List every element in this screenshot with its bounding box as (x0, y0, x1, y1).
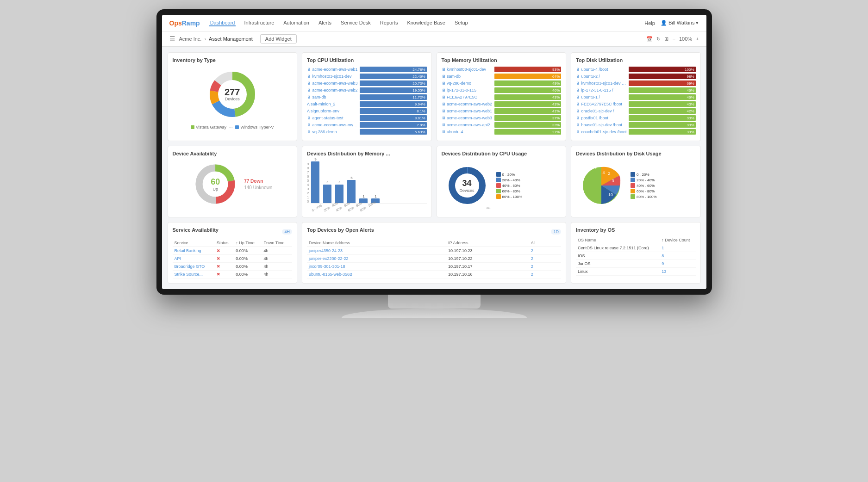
bar-val-6: 1 (375, 194, 376, 198)
cpu-bar-row: 🖥 acme-ecomm-aws-web2 19.55% (307, 87, 427, 93)
nav-automation[interactable]: Automation (282, 20, 310, 26)
alert-count-4[interactable]: 2 (529, 271, 561, 278)
legend-vistara-label: Vistara Gateway (196, 125, 226, 130)
cpu-device-6[interactable]: Λ salt-minion_2 (307, 102, 358, 106)
service-period-badge: 4H (282, 229, 292, 235)
alert-count-1[interactable]: 2 (529, 247, 561, 255)
os-count-3[interactable]: 9 (660, 260, 695, 268)
mem-dev-6[interactable]: 🖥 acme-ecomm-aws-web2 (442, 102, 493, 106)
y-val: 3 (307, 187, 309, 191)
os-name-col-header[interactable]: OS Name (576, 236, 660, 244)
user-menu[interactable]: 👤 Bill Watkins ▾ (661, 20, 699, 26)
cpu-dist-total: 34 (459, 179, 474, 188)
disk-dev-3[interactable]: 🖥 kvmhost03-sjc01-dev /boot (576, 81, 627, 86)
widget-cpudist-title: Devices Distribution by CPU Usage (442, 151, 562, 156)
device-count-col-header[interactable]: ↑ Device Count (660, 236, 695, 244)
cpu-device-3[interactable]: 🖥 acme-ecomm-aws-web3 (307, 81, 358, 86)
disk-dev-7[interactable]: 🖥 oracle01-sjc-dev / (576, 109, 627, 113)
legend-more[interactable]: ··· (229, 125, 233, 130)
cpu-device-4[interactable]: 🖥 acme-ecomm-aws-web2 (307, 88, 358, 93)
alert-count-2[interactable]: 2 (529, 255, 561, 263)
service-uptime-4: 0.00% (234, 271, 262, 278)
disk-val-8: 33% (687, 116, 694, 120)
nav-servicedesk[interactable]: Service Desk (340, 20, 372, 26)
bar-val-5: 1 (362, 194, 364, 198)
service-name-1[interactable]: Retail Banking (173, 247, 215, 255)
mem-dev-3[interactable]: 🖥 vq-286-demo (442, 81, 493, 86)
disk-val-3: 69% (687, 81, 694, 86)
breadcrumb-org[interactable]: Acme Inc. (179, 36, 202, 42)
mem-dev-9[interactable]: 🖥 acme-ecomm-aws-api2 (442, 123, 493, 127)
service-name-3[interactable]: Broadridge GTO (173, 263, 215, 271)
cpu-device-9[interactable]: 🖥 acme-ecomm-aws-mysql2 (307, 123, 358, 127)
cpu-device-7[interactable]: Λ signupform-env (307, 109, 358, 113)
zoom-out-icon[interactable]: − (672, 36, 675, 42)
disk-dev-1[interactable]: 🖥 ubuntu-4 /boot (576, 67, 627, 72)
disk-dev-8[interactable]: 🖥 postfix01 /boot (576, 116, 627, 120)
disk-dev-9[interactable]: 🖥 hbase01-sjc-dev /boot (576, 123, 627, 127)
uptime-col-header[interactable]: ↑ Up Time (234, 239, 262, 247)
mem-dev-7[interactable]: 🖥 acme-ecomm-aws-web1 (442, 109, 493, 113)
alerts-col-header[interactable]: Al... (529, 239, 561, 247)
cpu-device-5[interactable]: 🖥 sam-db (307, 95, 358, 99)
disk-dev-4[interactable]: 🖥 ip-172-31-0-115 / (576, 88, 627, 93)
downtime-col-header[interactable]: Down Time (262, 239, 292, 247)
nav-alerts[interactable]: Alerts (318, 20, 332, 26)
bar-3 (335, 185, 343, 203)
ip-col-header[interactable]: IP Address (446, 239, 529, 247)
widget-top-cpu: Top CPU Utilization 🖥 acme-ecomm-aws-web… (302, 52, 432, 141)
calendar-icon[interactable]: 📅 (646, 36, 653, 42)
mem-dev-2[interactable]: 🖥 sam-db (442, 74, 493, 79)
device-name-col-header[interactable]: Device Name Address (307, 239, 446, 247)
service-uptime-1: 0.00% (234, 247, 262, 255)
service-col-header[interactable]: Service (173, 239, 215, 247)
avail-donut: 60 Up (192, 161, 238, 207)
disk-bar-row: 🖥 ip-172-31-0-115 /46% (576, 87, 696, 93)
nav-infrastructure[interactable]: Infrastructure (243, 20, 275, 26)
service-name-4[interactable]: Strike Source... (173, 271, 215, 278)
alert-count-3[interactable]: 2 (529, 263, 561, 271)
layout-icon[interactable]: ⊞ (664, 36, 668, 42)
os-count-4[interactable]: 13 (660, 268, 695, 276)
service-downtime-1: 4h (262, 247, 292, 255)
os-count-1[interactable]: 1 (660, 244, 695, 252)
disk-dev-2[interactable]: 🖥 ubuntu-2 / (576, 74, 627, 79)
alert-device-1[interactable]: juniper4350-24-23 (307, 247, 446, 255)
mem-val-8: 37% (552, 116, 560, 120)
hamburger-icon[interactable]: ☰ (169, 35, 175, 43)
cpu-device-10[interactable]: 🖥 vq-286-demo (307, 130, 358, 134)
nav-reports[interactable]: Reports (379, 20, 399, 26)
mem-dev-10[interactable]: 🖥 ubuntu-4 (442, 130, 493, 134)
nav-dashboard[interactable]: Dashboard (209, 20, 236, 26)
help-link[interactable]: Help (644, 20, 655, 26)
alert-device-3[interactable]: jncor09-301-301-18 (307, 263, 446, 271)
add-widget-button[interactable]: Add Widget (260, 34, 297, 43)
os-count-2[interactable]: 8 (660, 252, 695, 260)
disk-legend-80-100: 80% - 100% (631, 194, 657, 199)
nav-items: Dashboard Infrastructure Automation Aler… (209, 20, 645, 26)
svg-text:4: 4 (602, 170, 605, 175)
cpu-device-1[interactable]: 🖥 acme-ecomm-aws-web1 (307, 67, 358, 72)
disk-dev-5[interactable]: 🖥 ubuntu-1 / (576, 95, 627, 99)
disk-dev-10[interactable]: 🖥 couchdb01-sjc-dev /boot (576, 130, 627, 134)
cpu-device-8[interactable]: 🖥 agent-status-test (307, 116, 358, 120)
legend-color-3 (496, 183, 501, 188)
mem-dev-5[interactable]: 🖥 FEE6A2797E5C (442, 95, 493, 99)
service-row: Retail Banking ✖ 0.00% 4h (173, 247, 293, 255)
mem-dev-1[interactable]: 🖥 kvmhost03-sjc01-dev (442, 67, 493, 72)
disk-dev-6[interactable]: 🖥 FEE6A2797E5C /boot (576, 102, 627, 106)
devices-up: 60 (211, 177, 220, 187)
nav-setup[interactable]: Setup (454, 20, 469, 26)
mem-dev-4[interactable]: 🖥 ip-172-31-0-115 (442, 88, 493, 93)
legend-text-5: 80% - 100% (502, 195, 523, 199)
status-col-header[interactable]: Status (215, 239, 234, 247)
refresh-icon[interactable]: ↻ (656, 36, 661, 42)
cpu-device-2[interactable]: 🖥 kvmhost03-sjc01-dev (307, 74, 358, 79)
alert-device-4[interactable]: ubuntu-8165-web-356B (307, 271, 446, 278)
mem-dev-8[interactable]: 🖥 acme-ecomm-aws-web3 (442, 116, 493, 120)
alert-row: juniper-ex2200-22-22 10.197.10.22 2 (307, 255, 561, 263)
zoom-in-icon[interactable]: + (696, 36, 699, 42)
alert-device-2[interactable]: juniper-ex2200-22-22 (307, 255, 446, 263)
service-name-2[interactable]: API (173, 255, 215, 263)
nav-knowledge[interactable]: Knowledge Base (406, 20, 446, 26)
